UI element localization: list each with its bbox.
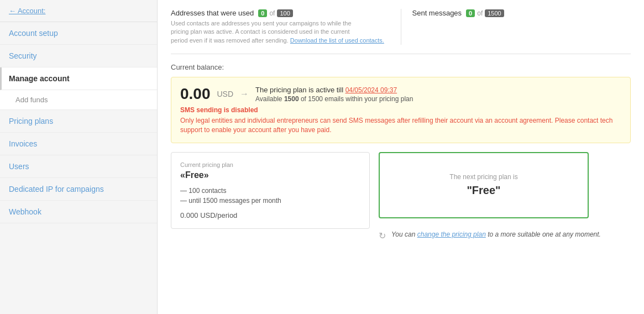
- main-content: Addresses that were used 0 of 100 Used c…: [158, 0, 644, 314]
- balance-title: Current balance:: [171, 63, 631, 71]
- change-plan-section: ↻ You can change the pricing plan to a m…: [379, 229, 601, 241]
- addresses-desc: Used contacts are addresses you sent you…: [171, 19, 390, 45]
- stat-divider: [401, 9, 401, 45]
- plan-date: 04/05/2024 09:37: [345, 86, 397, 94]
- current-plan-feature1: — 100 contacts: [180, 187, 360, 195]
- plan-active-link[interactable]: 04/05/2024 09:37: [345, 86, 397, 94]
- right-column: The next pricing plan is "Free" ↻ You ca…: [379, 152, 601, 241]
- sidebar: ← Account: Account setup Security Manage…: [0, 0, 158, 314]
- sent-of: of: [477, 9, 483, 17]
- sidebar-item-manage-account[interactable]: Manage account: [0, 67, 157, 90]
- sent-total: 1500: [485, 9, 504, 17]
- next-pricing-card: The next pricing plan is "Free": [379, 152, 589, 218]
- sidebar-item-pricing-plans[interactable]: Pricing plans: [0, 110, 157, 133]
- balance-section: Current balance: 0.00 USD → The pricing …: [171, 63, 631, 241]
- change-plan-text: You can change the pricing plan to a mor…: [391, 229, 601, 239]
- addresses-badge: 0 of 100: [258, 9, 293, 17]
- desc-line2: pricing plan was active. A contact is co…: [171, 28, 349, 35]
- download-contacts-link[interactable]: Download the list of used contacts.: [290, 37, 384, 44]
- plan-available-count: 1500: [284, 95, 299, 103]
- balance-plan-info: The pricing plan is active till 04/05/20…: [255, 86, 413, 103]
- pricing-row: Current pricing plan «Free» — 100 contac…: [171, 152, 631, 241]
- arrow-right-icon: →: [240, 89, 249, 99]
- sidebar-item-dedicated-ip[interactable]: Dedicated IP for campaigns: [0, 178, 157, 201]
- change-plan-link[interactable]: change the pricing plan: [417, 231, 486, 238]
- stats-bar: Addresses that were used 0 of 100 Used c…: [171, 9, 631, 54]
- sent-used: 0: [466, 9, 475, 17]
- change-plan-before: You can: [391, 231, 415, 238]
- balance-amount: 0.00: [180, 85, 211, 103]
- balance-amount-row: 0.00 USD → The pricing plan is active ti…: [180, 85, 621, 103]
- balance-box: 0.00 USD → The pricing plan is active ti…: [171, 77, 631, 143]
- addresses-used: 0: [258, 9, 267, 17]
- refresh-icon: ↻: [379, 231, 386, 241]
- addresses-label: Addresses that were used: [171, 9, 254, 17]
- sidebar-item-webhook[interactable]: Webhook: [0, 201, 157, 223]
- plan-available-of: of: [301, 95, 308, 103]
- sms-warning-text: Only legal entities and individual entre…: [180, 116, 621, 135]
- balance-currency: USD: [217, 90, 234, 98]
- plan-available-label: Available: [255, 95, 282, 103]
- current-plan-label: Current pricing plan: [180, 161, 360, 168]
- desc-line1: Used contacts are addresses you sent you…: [171, 20, 352, 27]
- plan-available-suffix: emails within your pricing plan: [324, 95, 413, 103]
- next-plan-name: "Free": [467, 184, 500, 197]
- sent-stat: Sent messages 0 of 1500: [412, 9, 631, 45]
- sidebar-item-account-setup[interactable]: Account setup: [0, 22, 157, 45]
- sidebar-item-security[interactable]: Security: [0, 45, 157, 67]
- change-plan-after: to a more suitable one at any moment.: [488, 231, 601, 238]
- plan-available-total: 1500: [308, 95, 323, 103]
- current-pricing-card: Current pricing plan «Free» — 100 contac…: [171, 152, 370, 229]
- sidebar-item-users[interactable]: Users: [0, 155, 157, 178]
- desc-line3: period even if it was removed after send…: [171, 37, 289, 44]
- current-plan-feature2: — until 1500 messages per month: [180, 197, 360, 205]
- sidebar-back-link[interactable]: ← Account:: [0, 0, 157, 22]
- next-plan-label: The next pricing plan is: [449, 173, 517, 181]
- plan-active-row: The pricing plan is active till 04/05/20…: [255, 86, 413, 94]
- addresses-of: of: [269, 9, 275, 17]
- addresses-stat: Addresses that were used 0 of 100 Used c…: [171, 9, 390, 45]
- sidebar-item-invoices[interactable]: Invoices: [0, 133, 157, 155]
- current-plan-name: «Free»: [180, 170, 360, 180]
- plan-available-text: Available 1500 of 1500 emails within you…: [255, 95, 413, 103]
- sent-badge: 0 of 1500: [466, 9, 504, 17]
- sms-disabled-label: SMS sending is disabled: [180, 106, 621, 114]
- addresses-total: 100: [277, 9, 292, 17]
- plan-active-prefix: The pricing plan is active till: [255, 86, 343, 94]
- current-plan-price: 0.000 USD/period: [180, 211, 360, 219]
- sent-label: Sent messages: [412, 9, 462, 17]
- sidebar-item-add-funds[interactable]: Add funds: [0, 90, 157, 110]
